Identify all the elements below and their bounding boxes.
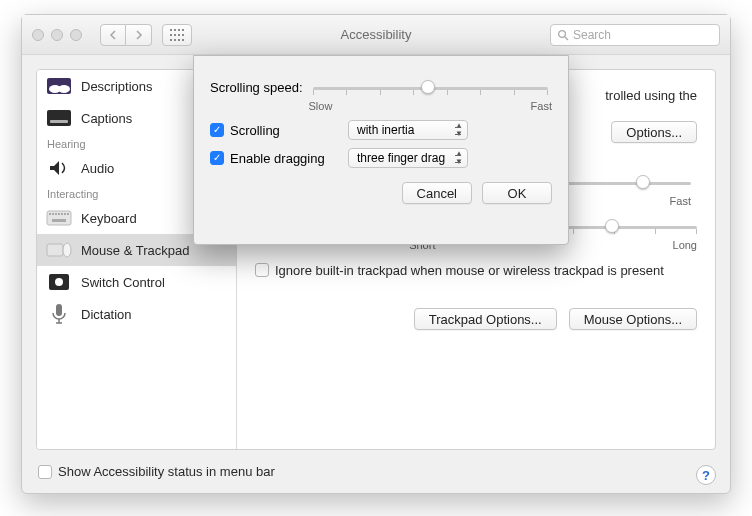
sidebar-item-label: Captions: [81, 111, 132, 126]
descriptions-icon: [45, 75, 73, 97]
slow-label: Slow: [309, 100, 333, 112]
svg-rect-11: [182, 39, 184, 41]
svg-rect-2: [178, 29, 180, 31]
dragging-mode-value: three finger drag: [357, 151, 445, 165]
mouse-options-button[interactable]: Mouse Options...: [569, 308, 697, 330]
dragging-checkbox[interactable]: [210, 151, 224, 165]
svg-line-13: [565, 37, 568, 40]
svg-rect-28: [47, 244, 63, 256]
scrolling-mode-value: with inertia: [357, 123, 414, 137]
chevron-updown-icon: ▲▼: [455, 150, 463, 166]
svg-rect-17: [47, 110, 71, 126]
zoom-window-button[interactable]: [70, 29, 82, 41]
titlebar: Accessibility Search: [22, 15, 730, 55]
show-status-label: Show Accessibility status in menu bar: [58, 464, 275, 479]
dictation-icon: [45, 303, 73, 325]
svg-rect-3: [182, 29, 184, 31]
svg-rect-0: [170, 29, 172, 31]
close-window-button[interactable]: [32, 29, 44, 41]
footer-row: Show Accessibility status in menu bar: [36, 464, 716, 479]
ignore-trackpad-label: Ignore built-in trackpad when mouse or w…: [275, 263, 697, 278]
svg-point-12: [559, 30, 566, 37]
switch-control-icon: [45, 271, 73, 293]
svg-rect-24: [61, 213, 63, 215]
ok-button[interactable]: OK: [482, 182, 552, 204]
svg-rect-32: [56, 304, 62, 316]
mouse-trackpad-icon: [45, 239, 73, 261]
fast-label: Fast: [670, 195, 691, 207]
search-icon: [557, 29, 569, 41]
svg-rect-6: [178, 34, 180, 36]
help-button[interactable]: ?: [696, 465, 716, 485]
svg-rect-1: [174, 29, 176, 31]
forward-button[interactable]: [126, 24, 152, 46]
scrolling-checkbox[interactable]: [210, 123, 224, 137]
minimize-window-button[interactable]: [51, 29, 63, 41]
window-controls: [32, 29, 82, 41]
sidebar-item-switch-control[interactable]: Switch Control: [37, 266, 236, 298]
back-button[interactable]: [100, 24, 126, 46]
search-placeholder: Search: [573, 28, 611, 42]
svg-rect-5: [174, 34, 176, 36]
options-button[interactable]: Options...: [611, 121, 697, 143]
ignore-trackpad-checkbox[interactable]: [255, 263, 269, 277]
trackpad-options-button[interactable]: Trackpad Options...: [414, 308, 557, 330]
svg-rect-9: [174, 39, 176, 41]
svg-rect-23: [58, 213, 60, 215]
svg-rect-18: [50, 120, 68, 123]
svg-rect-21: [52, 213, 54, 215]
audio-icon: [45, 157, 73, 179]
svg-point-29: [63, 243, 71, 257]
search-input[interactable]: Search: [550, 24, 720, 46]
cancel-button[interactable]: Cancel: [402, 182, 472, 204]
sidebar-item-label: Descriptions: [81, 79, 153, 94]
long-label: Long: [673, 239, 697, 251]
svg-point-31: [55, 278, 63, 286]
nav-buttons: [100, 24, 152, 46]
sidebar-item-dictation[interactable]: Dictation: [37, 298, 236, 330]
svg-point-16: [58, 85, 70, 93]
show-all-button[interactable]: [162, 24, 192, 46]
scrolling-label: Scrolling: [230, 123, 342, 138]
sidebar-item-label: Keyboard: [81, 211, 137, 226]
sidebar-item-label: Switch Control: [81, 275, 165, 290]
svg-rect-8: [170, 39, 172, 41]
keyboard-icon: [45, 207, 73, 229]
svg-rect-4: [170, 34, 172, 36]
dragging-mode-popup[interactable]: three finger drag ▲▼: [348, 148, 468, 168]
sidebar-item-label: Audio: [81, 161, 114, 176]
captions-icon: [45, 107, 73, 129]
fast-label: Fast: [531, 100, 552, 112]
svg-rect-27: [52, 219, 66, 222]
svg-rect-20: [49, 213, 51, 215]
svg-rect-22: [55, 213, 57, 215]
scrolling-speed-slider[interactable]: [313, 78, 549, 98]
chevron-updown-icon: ▲▼: [455, 122, 463, 138]
dragging-label: Enable dragging: [230, 151, 342, 166]
trackpad-options-sheet: Scrolling speed: Slow Fast Scrolling wit…: [193, 55, 569, 245]
scrolling-speed-label: Scrolling speed:: [210, 78, 303, 95]
show-status-checkbox[interactable]: [38, 465, 52, 479]
scrolling-mode-popup[interactable]: with inertia ▲▼: [348, 120, 468, 140]
sidebar-item-label: Mouse & Trackpad: [81, 243, 189, 258]
svg-rect-25: [64, 213, 66, 215]
svg-rect-26: [67, 213, 69, 215]
svg-rect-7: [182, 34, 184, 36]
sidebar-item-label: Dictation: [81, 307, 132, 322]
svg-rect-10: [178, 39, 180, 41]
